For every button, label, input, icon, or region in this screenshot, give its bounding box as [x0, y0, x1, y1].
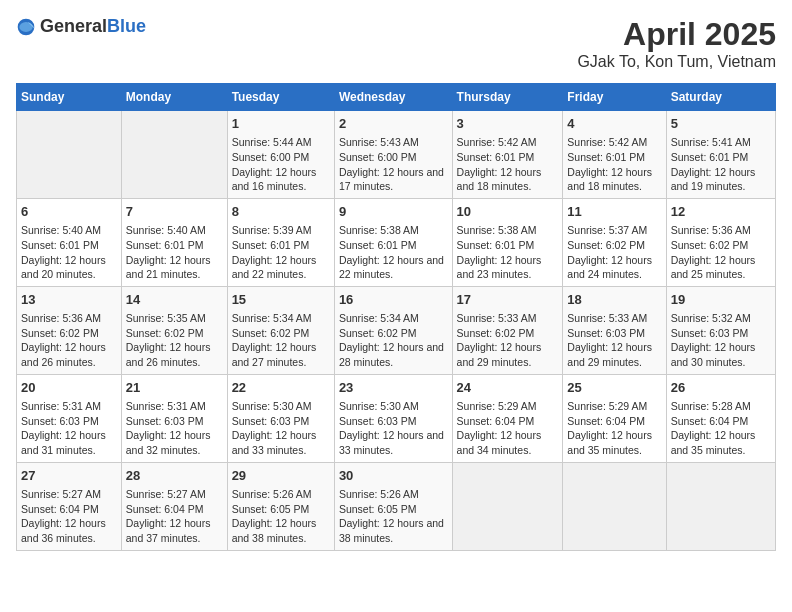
header-wednesday: Wednesday	[334, 84, 452, 111]
sunrise-text: Sunrise: 5:31 AM	[21, 399, 117, 414]
sunrise-text: Sunrise: 5:29 AM	[567, 399, 661, 414]
daylight-text: Daylight: 12 hours and 20 minutes.	[21, 253, 117, 282]
daylight-text: Daylight: 12 hours and 37 minutes.	[126, 516, 223, 545]
sunrise-text: Sunrise: 5:34 AM	[339, 311, 448, 326]
table-row: 1Sunrise: 5:44 AMSunset: 6:00 PMDaylight…	[227, 111, 334, 199]
sunset-text: Sunset: 6:01 PM	[457, 238, 559, 253]
calendar-title: April 2025	[577, 16, 776, 53]
day-number: 9	[339, 203, 448, 221]
sunset-text: Sunset: 6:02 PM	[339, 326, 448, 341]
day-number: 11	[567, 203, 661, 221]
daylight-text: Daylight: 12 hours and 34 minutes.	[457, 428, 559, 457]
table-row: 28Sunrise: 5:27 AMSunset: 6:04 PMDayligh…	[121, 462, 227, 550]
daylight-text: Daylight: 12 hours and 22 minutes.	[232, 253, 330, 282]
sunrise-text: Sunrise: 5:42 AM	[457, 135, 559, 150]
sunrise-text: Sunrise: 5:40 AM	[126, 223, 223, 238]
calendar-subtitle: GJak To, Kon Tum, Vietnam	[577, 53, 776, 71]
table-row: 19Sunrise: 5:32 AMSunset: 6:03 PMDayligh…	[666, 286, 775, 374]
logo-blue: Blue	[107, 16, 146, 36]
day-number: 14	[126, 291, 223, 309]
daylight-text: Daylight: 12 hours and 25 minutes.	[671, 253, 771, 282]
day-number: 15	[232, 291, 330, 309]
sunset-text: Sunset: 6:04 PM	[21, 502, 117, 517]
table-row	[666, 462, 775, 550]
calendar-week-4: 20Sunrise: 5:31 AMSunset: 6:03 PMDayligh…	[17, 374, 776, 462]
sunrise-text: Sunrise: 5:34 AM	[232, 311, 330, 326]
sunrise-text: Sunrise: 5:32 AM	[671, 311, 771, 326]
day-number: 21	[126, 379, 223, 397]
logo: GeneralBlue	[16, 16, 146, 37]
day-number: 2	[339, 115, 448, 133]
sunrise-text: Sunrise: 5:43 AM	[339, 135, 448, 150]
sunrise-text: Sunrise: 5:40 AM	[21, 223, 117, 238]
logo-text: GeneralBlue	[40, 16, 146, 37]
table-row: 27Sunrise: 5:27 AMSunset: 6:04 PMDayligh…	[17, 462, 122, 550]
sunrise-text: Sunrise: 5:41 AM	[671, 135, 771, 150]
calendar-week-5: 27Sunrise: 5:27 AMSunset: 6:04 PMDayligh…	[17, 462, 776, 550]
sunrise-text: Sunrise: 5:26 AM	[232, 487, 330, 502]
daylight-text: Daylight: 12 hours and 29 minutes.	[567, 340, 661, 369]
sunset-text: Sunset: 6:01 PM	[126, 238, 223, 253]
sunset-text: Sunset: 6:04 PM	[126, 502, 223, 517]
sunset-text: Sunset: 6:02 PM	[567, 238, 661, 253]
day-number: 22	[232, 379, 330, 397]
table-row: 2Sunrise: 5:43 AMSunset: 6:00 PMDaylight…	[334, 111, 452, 199]
sunrise-text: Sunrise: 5:36 AM	[21, 311, 117, 326]
sunset-text: Sunset: 6:00 PM	[339, 150, 448, 165]
table-row: 17Sunrise: 5:33 AMSunset: 6:02 PMDayligh…	[452, 286, 563, 374]
table-row: 22Sunrise: 5:30 AMSunset: 6:03 PMDayligh…	[227, 374, 334, 462]
logo-icon	[16, 17, 36, 37]
table-row: 5Sunrise: 5:41 AMSunset: 6:01 PMDaylight…	[666, 111, 775, 199]
day-number: 4	[567, 115, 661, 133]
table-row: 7Sunrise: 5:40 AMSunset: 6:01 PMDaylight…	[121, 198, 227, 286]
sunrise-text: Sunrise: 5:33 AM	[457, 311, 559, 326]
sunset-text: Sunset: 6:05 PM	[232, 502, 330, 517]
day-number: 25	[567, 379, 661, 397]
sunrise-text: Sunrise: 5:31 AM	[126, 399, 223, 414]
sunset-text: Sunset: 6:03 PM	[126, 414, 223, 429]
header-tuesday: Tuesday	[227, 84, 334, 111]
daylight-text: Daylight: 12 hours and 28 minutes.	[339, 340, 448, 369]
header-saturday: Saturday	[666, 84, 775, 111]
daylight-text: Daylight: 12 hours and 27 minutes.	[232, 340, 330, 369]
table-row: 20Sunrise: 5:31 AMSunset: 6:03 PMDayligh…	[17, 374, 122, 462]
sunset-text: Sunset: 6:01 PM	[339, 238, 448, 253]
daylight-text: Daylight: 12 hours and 18 minutes.	[567, 165, 661, 194]
sunset-text: Sunset: 6:03 PM	[21, 414, 117, 429]
table-row	[17, 111, 122, 199]
sunset-text: Sunset: 6:04 PM	[567, 414, 661, 429]
sunrise-text: Sunrise: 5:29 AM	[457, 399, 559, 414]
day-number: 19	[671, 291, 771, 309]
day-number: 7	[126, 203, 223, 221]
daylight-text: Daylight: 12 hours and 17 minutes.	[339, 165, 448, 194]
sunset-text: Sunset: 6:03 PM	[232, 414, 330, 429]
table-row: 29Sunrise: 5:26 AMSunset: 6:05 PMDayligh…	[227, 462, 334, 550]
sunset-text: Sunset: 6:02 PM	[457, 326, 559, 341]
sunset-text: Sunset: 6:03 PM	[671, 326, 771, 341]
day-number: 13	[21, 291, 117, 309]
sunset-text: Sunset: 6:03 PM	[339, 414, 448, 429]
table-row: 18Sunrise: 5:33 AMSunset: 6:03 PMDayligh…	[563, 286, 666, 374]
calendar-table: Sunday Monday Tuesday Wednesday Thursday…	[16, 83, 776, 551]
day-number: 5	[671, 115, 771, 133]
table-row: 9Sunrise: 5:38 AMSunset: 6:01 PMDaylight…	[334, 198, 452, 286]
daylight-text: Daylight: 12 hours and 36 minutes.	[21, 516, 117, 545]
day-number: 30	[339, 467, 448, 485]
table-row: 13Sunrise: 5:36 AMSunset: 6:02 PMDayligh…	[17, 286, 122, 374]
day-number: 27	[21, 467, 117, 485]
sunrise-text: Sunrise: 5:28 AM	[671, 399, 771, 414]
header-monday: Monday	[121, 84, 227, 111]
day-number: 26	[671, 379, 771, 397]
sunrise-text: Sunrise: 5:36 AM	[671, 223, 771, 238]
sunrise-text: Sunrise: 5:35 AM	[126, 311, 223, 326]
daylight-text: Daylight: 12 hours and 16 minutes.	[232, 165, 330, 194]
sunrise-text: Sunrise: 5:42 AM	[567, 135, 661, 150]
sunset-text: Sunset: 6:02 PM	[21, 326, 117, 341]
sunrise-text: Sunrise: 5:39 AM	[232, 223, 330, 238]
header-friday: Friday	[563, 84, 666, 111]
daylight-text: Daylight: 12 hours and 35 minutes.	[671, 428, 771, 457]
daylight-text: Daylight: 12 hours and 26 minutes.	[21, 340, 117, 369]
table-row: 16Sunrise: 5:34 AMSunset: 6:02 PMDayligh…	[334, 286, 452, 374]
table-row	[452, 462, 563, 550]
table-row: 30Sunrise: 5:26 AMSunset: 6:05 PMDayligh…	[334, 462, 452, 550]
